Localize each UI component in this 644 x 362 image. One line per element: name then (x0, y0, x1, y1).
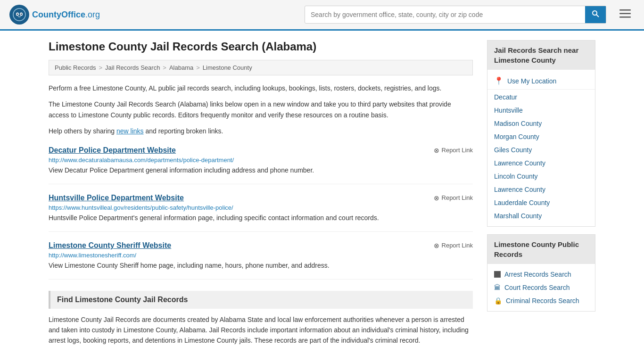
search-container (305, 6, 606, 24)
public-records-box: Limestone County Public Records Arrest R… (487, 234, 595, 312)
sidebar-link-3[interactable]: Morgan County (487, 130, 595, 143)
sidebar-link-0[interactable]: Decatur (487, 90, 595, 104)
hamburger-menu-button[interactable] (616, 7, 635, 23)
record-title-1[interactable]: Huntsville Police Department Website (49, 194, 184, 202)
record-url-0[interactable]: http://www.decaturalabamausa.com/departm… (49, 156, 473, 164)
search-input[interactable] (305, 7, 585, 22)
nearby-box: Jail Records Search near Limestone Count… (487, 40, 595, 227)
breadcrumb: Public Records > Jail Records Search > A… (49, 60, 473, 75)
breadcrumb-limestone-county[interactable]: Limestone County (203, 64, 252, 71)
record-title-2[interactable]: Limestone County Sheriff Website (49, 241, 171, 250)
record-header-0: Decatur Police Department Website ⊗ Repo… (49, 146, 473, 155)
svg-line-6 (596, 15, 599, 17)
public-records-title: Limestone County Public Records (487, 235, 595, 264)
court-records-link[interactable]: 🏛 Court Records Search (487, 281, 595, 294)
breadcrumb-sep-3: > (196, 64, 200, 71)
record-header-2: Limestone County Sheriff Website ⊗ Repor… (49, 241, 473, 250)
main-content: Limestone County Jail Records Search (Al… (49, 40, 473, 346)
arrest-records-link[interactable]: Arrest Records Search (487, 268, 595, 281)
logo-icon (9, 5, 29, 25)
site-header: CountyOffice.org (0, 0, 644, 31)
sidebar-link-1[interactable]: Huntsville (487, 104, 595, 117)
criminal-records-icon: 🔒 (494, 297, 502, 304)
sidebar-link-5[interactable]: Lawrence County (487, 156, 595, 170)
public-records-content: Arrest Records Search 🏛 Court Records Se… (487, 264, 595, 311)
record-title-0[interactable]: Decatur Police Department Website (49, 146, 176, 155)
description-2: The Limestone County Jail Records Search… (49, 99, 473, 120)
breadcrumb-sep-1: > (99, 64, 102, 71)
record-header-1: Huntsville Police Department Website ⊗ R… (49, 194, 473, 202)
report-link-2[interactable]: ⊗ Report Link (434, 242, 473, 249)
description-3: Help others by sharing new links and rep… (49, 126, 473, 136)
sidebar-link-9[interactable]: Marshall County (487, 209, 595, 222)
report-icon-1: ⊗ (434, 194, 439, 202)
criminal-records-link[interactable]: 🔒 Criminal Records Search (487, 294, 595, 307)
court-records-icon: 🏛 (494, 284, 501, 291)
report-link-1[interactable]: ⊗ Report Link (434, 194, 473, 202)
svg-point-0 (13, 8, 25, 21)
record-desc-1: Huntsville Police Department's general i… (49, 213, 473, 223)
find-section-heading: Find Limestone County Jail Records (49, 291, 473, 309)
description-1: Perform a free Limestone County, AL publ… (49, 83, 473, 93)
sidebar-link-8[interactable]: Lauderdale County (487, 196, 595, 209)
sidebar-link-7[interactable]: Lawrence County (487, 183, 595, 196)
report-link-0[interactable]: ⊗ Report Link (434, 147, 473, 154)
report-icon-2: ⊗ (434, 242, 439, 249)
svg-point-4 (21, 14, 22, 15)
report-icon-0: ⊗ (434, 147, 439, 154)
location-dot-icon: 📍 (494, 76, 504, 85)
record-entry-1: Huntsville Police Department Website ⊗ R… (49, 194, 473, 232)
record-desc-2: View Limestone County Sheriff home page,… (49, 261, 473, 271)
record-url-1[interactable]: https://www.huntsvilleal.gov/residents/p… (49, 204, 473, 211)
svg-point-5 (593, 11, 597, 15)
use-my-location-link[interactable]: 📍 Use My Location (487, 74, 595, 88)
find-section-text: Limestone County Jail Records are docume… (49, 314, 473, 346)
record-url-2[interactable]: http://www.limestonesheriff.com/ (49, 252, 473, 259)
logo-link[interactable]: CountyOffice.org (9, 5, 100, 25)
svg-rect-7 (619, 9, 631, 11)
description-section: Perform a free Limestone County, AL publ… (49, 83, 473, 137)
record-entry-2: Limestone County Sheriff Website ⊗ Repor… (49, 241, 473, 280)
breadcrumb-jail-records-search[interactable]: Jail Records Search (105, 64, 160, 71)
sidebar-link-6[interactable]: Lincoln County (487, 170, 595, 183)
logo-text: CountyOffice.org (32, 10, 100, 20)
breadcrumb-alabama[interactable]: Alabama (169, 64, 193, 71)
breadcrumb-sep-2: > (163, 64, 166, 71)
record-entry-0: Decatur Police Department Website ⊗ Repo… (49, 146, 473, 184)
arrest-records-icon (494, 271, 501, 278)
nearby-content: 📍 Use My Location Decatur Huntsville Mad… (487, 70, 595, 226)
search-button[interactable] (585, 6, 606, 23)
breadcrumb-public-records[interactable]: Public Records (55, 64, 96, 71)
record-desc-0: View Decatur Police Department general i… (49, 165, 473, 175)
sidebar-link-2[interactable]: Madison County (487, 117, 595, 130)
new-links-link[interactable]: new links (116, 127, 144, 135)
main-layout: Limestone County Jail Records Search (Al… (39, 31, 605, 355)
sidebar-divider-0 (487, 89, 595, 90)
svg-rect-9 (619, 16, 631, 18)
svg-point-3 (17, 14, 18, 15)
records-list: Decatur Police Department Website ⊗ Repo… (49, 146, 473, 280)
nearby-title: Jail Records Search near Limestone Count… (487, 41, 595, 70)
svg-rect-8 (619, 13, 631, 15)
sidebar-link-4[interactable]: Giles County (487, 143, 595, 156)
page-title: Limestone County Jail Records Search (Al… (49, 40, 473, 53)
sidebar: Jail Records Search near Limestone Count… (487, 40, 595, 346)
